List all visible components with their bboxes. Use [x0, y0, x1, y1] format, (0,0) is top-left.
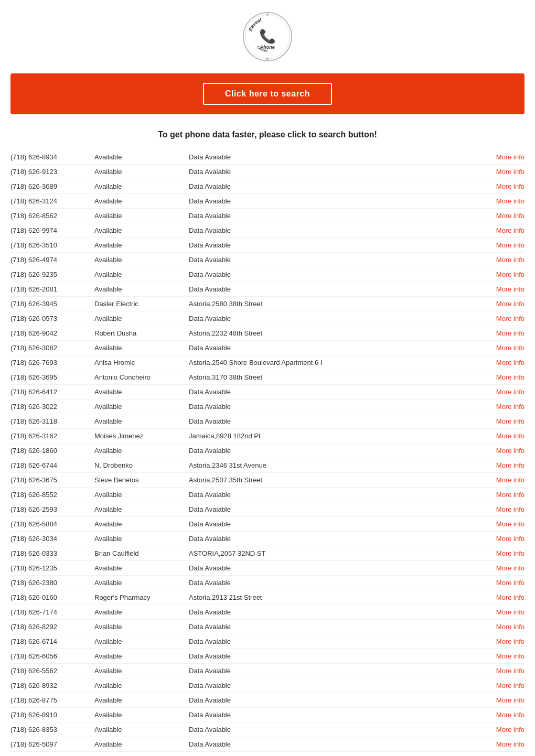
table-row: (718) 626-2593AvailableData AvaiableMore…: [10, 502, 525, 517]
search-button[interactable]: Click here to search: [203, 83, 332, 105]
address: Data Avaiable: [189, 682, 488, 689]
more-info-link[interactable]: More info: [488, 461, 525, 469]
more-info-link[interactable]: More info: [488, 491, 525, 499]
table-row: (718) 626-3124AvailableData AvaiableMore…: [10, 194, 525, 209]
table-row: (718) 626-8552AvailableData AvaiableMore…: [10, 488, 525, 502]
more-info-link[interactable]: More info: [488, 359, 525, 366]
address: Data Avaiable: [189, 182, 488, 190]
table-row: (718) 626-6714AvailableData AvaiableMore…: [10, 634, 525, 649]
more-info-link[interactable]: More info: [488, 432, 525, 440]
owner-name: Available: [94, 711, 189, 719]
phone-number: (718) 626-7693: [10, 359, 94, 366]
address: Data Avaiable: [189, 638, 488, 645]
more-info-link[interactable]: More info: [488, 505, 525, 513]
address: Astoria,2913 21st Street: [189, 593, 488, 601]
owner-name: Available: [94, 726, 189, 733]
more-info-link[interactable]: More info: [488, 476, 525, 484]
table-row: (718) 626-3022AvailableData AvaiableMore…: [10, 399, 525, 414]
table-row: (718) 626-1860AvailableData AvaiableMore…: [10, 444, 525, 458]
table-row: (718) 626-3695Antonio ConcheiroAstoria,3…: [10, 370, 525, 385]
phone-number: (718) 626-8292: [10, 623, 94, 631]
table-row: (718) 626-4974AvailableData AvaiableMore…: [10, 253, 525, 267]
more-info-link[interactable]: More info: [488, 403, 525, 411]
more-info-link[interactable]: More info: [488, 667, 525, 675]
more-info-link[interactable]: More info: [488, 564, 525, 572]
more-info-link[interactable]: More info: [488, 593, 525, 601]
address: Data Avaiable: [189, 168, 488, 176]
address: Astoria,2540 Shore Boulevard Apartment 6…: [189, 359, 488, 366]
address: ASTORIA,2057 32ND ST: [189, 549, 488, 557]
phone-number: (718) 626-1235: [10, 564, 94, 572]
phone-number: (718) 626-3118: [10, 417, 94, 425]
phone-number: (718) 626-3675: [10, 476, 94, 484]
owner-name: Available: [94, 740, 189, 748]
table-row: (718) 626-6744N. DrobenkoAstoria,2346 31…: [10, 458, 525, 473]
more-info-link[interactable]: More info: [488, 315, 525, 322]
more-info-link[interactable]: More info: [488, 520, 525, 528]
more-info-link[interactable]: More info: [488, 740, 525, 748]
owner-name: Available: [94, 638, 189, 645]
more-info-link[interactable]: More info: [488, 579, 525, 587]
owner-name: Available: [94, 226, 189, 234]
address: Data Avaiable: [189, 153, 488, 161]
more-info-link[interactable]: More info: [488, 726, 525, 733]
more-info-link[interactable]: More info: [488, 623, 525, 631]
address: Data Avaiable: [189, 623, 488, 631]
phone-number: (718) 626-9123: [10, 168, 94, 176]
phone-number: (718) 626-8910: [10, 711, 94, 719]
phone-number: (718) 626-7174: [10, 608, 94, 616]
more-info-link[interactable]: More info: [488, 300, 525, 308]
more-info-link[interactable]: More info: [488, 168, 525, 176]
more-info-link[interactable]: More info: [488, 329, 525, 337]
more-info-link[interactable]: More info: [488, 256, 525, 264]
more-info-link[interactable]: More info: [488, 388, 525, 396]
more-info-link[interactable]: More info: [488, 373, 525, 381]
owner-name: N. Drobenko: [94, 461, 189, 469]
more-info-link[interactable]: More info: [488, 153, 525, 161]
header: 📞 Reveal Phone Owner: [0, 0, 535, 68]
owner-name: Available: [94, 153, 189, 161]
more-info-link[interactable]: More info: [488, 638, 525, 645]
logo: 📞 Reveal Phone Owner: [241, 10, 294, 63]
address: Data Avaiable: [189, 256, 488, 264]
more-info-link[interactable]: More info: [488, 241, 525, 249]
more-info-link[interactable]: More info: [488, 549, 525, 557]
more-info-link[interactable]: More info: [488, 182, 525, 190]
phone-number: (718) 626-8775: [10, 696, 94, 704]
more-info-link[interactable]: More info: [488, 608, 525, 616]
table-row: (718) 626-3034AvailableData AvaiableMore…: [10, 532, 525, 546]
owner-name: Roger's Pharmacy: [94, 593, 189, 601]
more-info-link[interactable]: More info: [488, 271, 525, 278]
owner-name: Steve Benetos: [94, 476, 189, 484]
table-row: (718) 626-3689AvailableData AvaiableMore…: [10, 179, 525, 194]
more-info-link[interactable]: More info: [488, 652, 525, 660]
more-info-link[interactable]: More info: [488, 535, 525, 543]
owner-name: Available: [94, 271, 189, 278]
table-row: (718) 626-8292AvailableData AvaiableMore…: [10, 620, 525, 634]
more-info-link[interactable]: More info: [488, 285, 525, 293]
table-row: (718) 626-0573AvailableData AvaiableMore…: [10, 311, 525, 326]
more-info-link[interactable]: More info: [488, 226, 525, 234]
phone-number: (718) 626-9974: [10, 226, 94, 234]
phone-number: (718) 626-3945: [10, 300, 94, 308]
more-info-link[interactable]: More info: [488, 344, 525, 352]
more-info-link[interactable]: More info: [488, 197, 525, 205]
owner-name: Available: [94, 447, 189, 455]
more-info-link[interactable]: More info: [488, 711, 525, 719]
owner-name: Available: [94, 403, 189, 411]
address: Data Avaiable: [189, 696, 488, 704]
more-info-link[interactable]: More info: [488, 682, 525, 689]
table-row: (718) 626-8562AvailableData AvaiableMore…: [10, 209, 525, 223]
table-row: (718) 626-0333Brian CaulfieldASTORIA,205…: [10, 546, 525, 561]
more-info-link[interactable]: More info: [488, 696, 525, 704]
phone-number: (718) 626-3034: [10, 535, 94, 543]
owner-name: Available: [94, 696, 189, 704]
owner-name: Antonio Concheiro: [94, 373, 189, 381]
more-info-link[interactable]: More info: [488, 417, 525, 425]
table-row: (718) 626-0160Roger's PharmacyAstoria,29…: [10, 590, 525, 605]
owner-name: Available: [94, 168, 189, 176]
more-info-link[interactable]: More info: [488, 447, 525, 455]
more-info-link[interactable]: More info: [488, 212, 525, 220]
owner-name: Available: [94, 182, 189, 190]
table-row: (718) 626-7174AvailableData AvaiableMore…: [10, 605, 525, 620]
